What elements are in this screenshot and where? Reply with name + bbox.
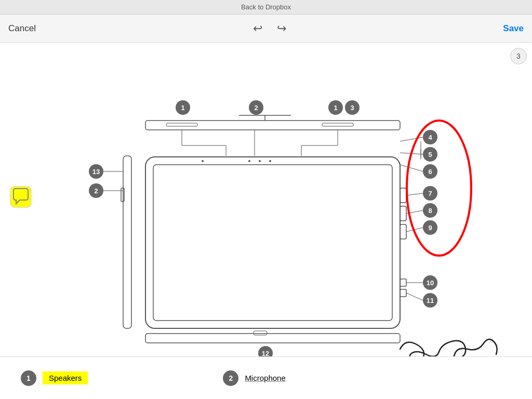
- svg-rect-1: [145, 157, 400, 328]
- svg-rect-5: [322, 123, 353, 126]
- svg-text:2: 2: [94, 187, 98, 195]
- save-button[interactable]: Save: [503, 23, 524, 34]
- svg-line-63: [400, 137, 423, 141]
- redo-button[interactable]: ↪: [277, 22, 286, 35]
- badge-2: 2: [223, 370, 238, 386]
- svg-rect-4: [166, 123, 197, 126]
- svg-rect-23: [400, 279, 406, 286]
- svg-rect-28: [254, 331, 267, 335]
- svg-text:8: 8: [428, 207, 432, 215]
- diagram-svg: 1 2 1 3 4 5 6 7 8 9 10 11 12 13: [0, 43, 532, 356]
- svg-text:10: 10: [427, 279, 434, 287]
- top-bar: Back to Dropbox: [0, 0, 532, 15]
- toolbar-center: ↩ ↪: [253, 22, 286, 35]
- canvas-area: 3: [0, 43, 532, 356]
- svg-text:13: 13: [92, 168, 100, 176]
- svg-text:12: 12: [262, 350, 269, 356]
- svg-text:11: 11: [427, 297, 434, 304]
- svg-text:2: 2: [254, 104, 258, 112]
- svg-rect-24: [400, 289, 406, 297]
- legend-item-2: 2 Microphone: [223, 370, 285, 386]
- badge-1: 1: [21, 370, 36, 386]
- svg-rect-3: [145, 121, 400, 130]
- svg-rect-26: [121, 188, 124, 202]
- legend-item-1: 1 Speakers: [21, 370, 88, 386]
- svg-line-66: [406, 193, 423, 195]
- svg-line-70: [406, 293, 423, 300]
- svg-point-18: [259, 160, 261, 162]
- svg-rect-27: [145, 334, 400, 343]
- svg-rect-2: [153, 165, 392, 321]
- svg-point-19: [269, 160, 271, 162]
- bottom-bar: 1 Speakers 2 Microphone: [0, 356, 532, 399]
- svg-point-71: [407, 121, 471, 256]
- svg-text:3: 3: [350, 104, 354, 112]
- svg-rect-21: [400, 206, 406, 221]
- svg-rect-20: [400, 188, 406, 203]
- svg-text:1: 1: [181, 104, 184, 112]
- svg-text:6: 6: [428, 168, 432, 176]
- svg-text:9: 9: [428, 224, 432, 232]
- svg-point-16: [202, 160, 204, 162]
- svg-text:1: 1: [334, 104, 337, 112]
- svg-text:5: 5: [428, 151, 432, 158]
- microphone-label: Microphone: [245, 374, 285, 382]
- svg-line-65: [400, 165, 423, 171]
- top-bar-label: Back to Dropbox: [241, 3, 291, 11]
- svg-text:4: 4: [428, 134, 432, 141]
- toolbar: Cancel ↩ ↪ Save: [0, 15, 532, 43]
- svg-text:7: 7: [428, 190, 432, 197]
- svg-rect-22: [400, 224, 406, 239]
- undo-button[interactable]: ↩: [253, 22, 262, 35]
- svg-rect-25: [123, 156, 131, 328]
- svg-point-17: [248, 160, 250, 162]
- cancel-button[interactable]: Cancel: [8, 23, 36, 34]
- speakers-label: Speakers: [43, 371, 88, 384]
